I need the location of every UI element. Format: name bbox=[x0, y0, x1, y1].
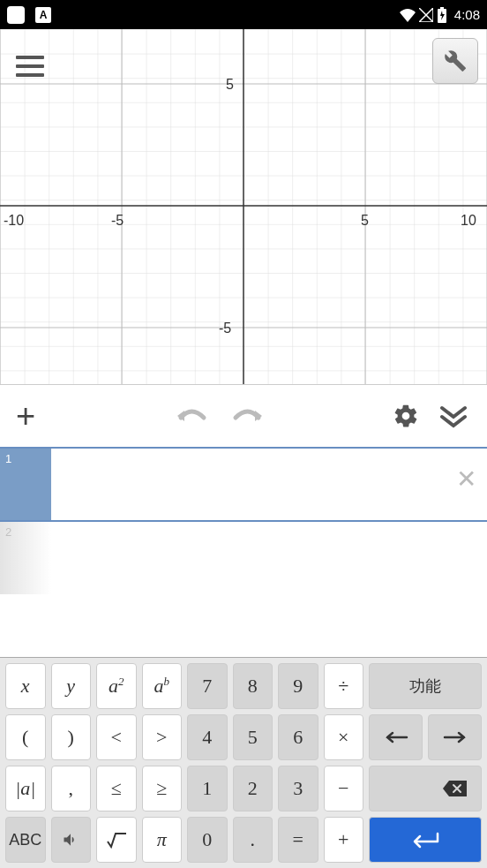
key-sqrt[interactable] bbox=[96, 817, 137, 863]
key-divide[interactable]: ÷ bbox=[324, 663, 364, 709]
expression-list: 1 ✕ 2 bbox=[0, 447, 487, 594]
key-lt[interactable]: < bbox=[96, 714, 137, 760]
clear-row-button[interactable]: ✕ bbox=[456, 464, 476, 494]
wrench-icon bbox=[444, 49, 467, 72]
key-1[interactable]: 1 bbox=[187, 766, 228, 811]
key-multiply[interactable]: × bbox=[324, 714, 364, 760]
undo-button[interactable] bbox=[176, 404, 207, 428]
graph-canvas[interactable]: -10 -5 5 10 5 -5 bbox=[0, 29, 487, 384]
grid-svg: -10 -5 5 10 5 -5 bbox=[0, 29, 487, 384]
row-number-1: 1 bbox=[0, 449, 51, 520]
key-plus[interactable]: + bbox=[324, 817, 364, 863]
key-y[interactable]: y bbox=[51, 663, 92, 709]
expression-row-2[interactable]: 2 bbox=[0, 522, 487, 594]
x-tick-neg5: -5 bbox=[111, 213, 124, 228]
expression-row-1[interactable]: 1 ✕ bbox=[0, 447, 487, 522]
arrow-right-icon bbox=[443, 731, 468, 743]
expression-input-1[interactable] bbox=[51, 449, 487, 520]
x-tick-neg10: -10 bbox=[4, 213, 24, 228]
key-abc[interactable]: ABC bbox=[5, 817, 46, 863]
key-lparen[interactable]: ( bbox=[5, 714, 46, 760]
key-0[interactable]: 0 bbox=[187, 817, 228, 863]
key-5[interactable]: 5 bbox=[233, 714, 273, 760]
wifi-icon bbox=[400, 8, 416, 22]
collapse-button[interactable] bbox=[436, 403, 471, 429]
app-indicator-icon bbox=[7, 6, 25, 24]
math-keyboard: x y a2 ab ( ) < > |a| , ≤ ≥ ABC π 7 8 9 bbox=[0, 657, 487, 868]
expression-toolbar: + bbox=[0, 384, 487, 447]
key-enter[interactable] bbox=[369, 817, 482, 863]
key-2[interactable]: 2 bbox=[233, 766, 273, 811]
key-8[interactable]: 8 bbox=[233, 663, 273, 709]
key-6[interactable]: 6 bbox=[278, 714, 318, 760]
key-left-arrow[interactable] bbox=[369, 714, 423, 760]
key-gt[interactable]: > bbox=[142, 714, 183, 760]
settings-wrench-button[interactable] bbox=[432, 38, 478, 84]
key-backspace[interactable] bbox=[369, 766, 482, 811]
enter-icon bbox=[409, 831, 441, 849]
key-decimal[interactable]: . bbox=[233, 817, 273, 863]
key-x[interactable]: x bbox=[5, 663, 46, 709]
key-audio[interactable] bbox=[51, 817, 92, 863]
backspace-icon bbox=[442, 779, 468, 798]
key-abs[interactable]: |a| bbox=[5, 766, 46, 811]
add-expression-button[interactable]: + bbox=[16, 397, 51, 435]
battery-icon bbox=[437, 7, 447, 23]
y-tick-neg5: -5 bbox=[219, 321, 231, 336]
key-rparen[interactable]: ) bbox=[51, 714, 92, 760]
gear-button[interactable] bbox=[388, 403, 423, 429]
y-tick-5: 5 bbox=[226, 77, 234, 92]
key-a-power-b[interactable]: ab bbox=[142, 663, 183, 709]
redo-button[interactable] bbox=[232, 404, 264, 428]
status-time: 4:08 bbox=[454, 7, 480, 22]
key-le[interactable]: ≤ bbox=[96, 766, 137, 811]
x-tick-10: 10 bbox=[461, 213, 476, 228]
sqrt-icon bbox=[106, 831, 127, 849]
x-tick-5: 5 bbox=[361, 213, 369, 228]
key-right-arrow[interactable] bbox=[428, 714, 482, 760]
signal-icon bbox=[419, 8, 433, 22]
row-number-2: 2 bbox=[0, 522, 51, 594]
arrow-left-icon bbox=[384, 731, 408, 743]
svg-rect-2 bbox=[440, 7, 444, 9]
key-ge[interactable]: ≥ bbox=[142, 766, 183, 811]
key-9[interactable]: 9 bbox=[278, 663, 318, 709]
key-functions[interactable]: 功能 bbox=[369, 663, 482, 709]
speaker-icon bbox=[62, 831, 79, 849]
menu-button[interactable] bbox=[16, 56, 44, 77]
key-a-squared[interactable]: a2 bbox=[96, 663, 137, 709]
key-comma[interactable]: , bbox=[51, 766, 92, 811]
key-equals[interactable]: = bbox=[278, 817, 318, 863]
key-minus[interactable]: − bbox=[324, 766, 364, 811]
key-pi[interactable]: π bbox=[142, 817, 183, 863]
key-7[interactable]: 7 bbox=[187, 663, 228, 709]
keyboard-indicator-icon: A bbox=[35, 7, 51, 23]
key-3[interactable]: 3 bbox=[278, 766, 318, 811]
key-4[interactable]: 4 bbox=[187, 714, 228, 760]
status-bar: A 4:08 bbox=[0, 0, 487, 29]
